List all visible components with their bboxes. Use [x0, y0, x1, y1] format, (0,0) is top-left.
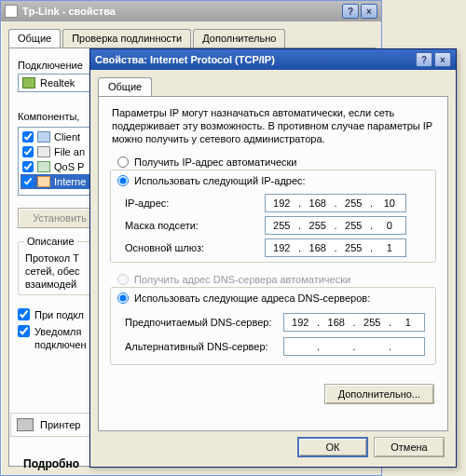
ip-address-input[interactable]: 192. 168. 255. 10 [265, 194, 406, 212]
ip-seg[interactable]: 255 [302, 217, 335, 234]
ip-seg[interactable]: 255 [337, 239, 370, 256]
radio-manual-dns[interactable]: Использовать следующие адреса DNS-сервер… [117, 292, 370, 304]
checkbox[interactable] [18, 308, 30, 320]
description-text: Параметры IP могут назначаться автоматич… [112, 106, 436, 145]
components-label: Компоненты, [18, 111, 79, 122]
ip-seg[interactable]: 1 [374, 239, 406, 256]
radio-label: Использовать следующие адреса DNS-сервер… [134, 292, 370, 304]
tcpip-panel: Параметры IP могут назначаться автоматич… [98, 96, 448, 431]
title-fg-text: Свойства: Internet Protocol (TCP/IP) [95, 54, 275, 65]
radio-input[interactable] [117, 175, 129, 186]
desc-line: сетей, обес [25, 265, 79, 277]
description-title: Описание [24, 236, 77, 247]
radio-manual-ip[interactable]: Использовать следующий IP-адрес: [117, 175, 306, 186]
radio-input[interactable] [117, 292, 129, 304]
component-checkbox[interactable] [22, 131, 34, 143]
printer-icon [17, 418, 34, 431]
subnet-input[interactable]: 255. 255. 255. 0 [265, 216, 406, 235]
titlebar-bg: Tp-Link - свойства ? × [1, 1, 381, 21]
ip-seg[interactable]: 255 [266, 217, 298, 234]
tab-advanced-bg[interactable]: Дополнительно [193, 29, 285, 48]
component-label: File an [54, 146, 85, 157]
dns1-row: Предпочитаемый DNS-сервер: 192. 168. 255… [125, 313, 425, 332]
dns1-label: Предпочитаемый DNS-сервер: [125, 317, 283, 328]
window-tcpip-properties: Свойства: Internet Protocol (TCP/IP) ? ×… [89, 48, 457, 468]
desc-line: взаимодей [25, 279, 76, 290]
radio-label: Получить IP-адрес автоматически [134, 156, 296, 168]
check-sublabel: подключен [34, 339, 87, 350]
ip-seg[interactable]: 255 [337, 217, 370, 234]
titlebar-fg: Свойства: Internet Protocol (TCP/IP) ? × [90, 49, 456, 70]
details-heading: Подробно [23, 457, 79, 470]
radio-input[interactable] [117, 156, 129, 168]
gateway-label: Основной шлюз: [125, 242, 265, 253]
radio-label: Получить адрес DNS-сервера автоматически [134, 274, 350, 285]
component-checkbox[interactable] [22, 146, 34, 157]
title-bg-text: Tp-Link - свойства [22, 6, 116, 17]
check-label: Уведомля [34, 326, 81, 337]
ip-seg[interactable]: 255 [356, 314, 389, 331]
radio-auto-ip[interactable]: Получить IP-адрес автоматически [117, 156, 296, 168]
ip-seg[interactable] [356, 338, 389, 355]
tabs-fg: Общие [98, 77, 152, 96]
close-button-fg[interactable]: × [434, 52, 451, 67]
ip-seg[interactable] [284, 338, 317, 355]
tabs-bg: Общие Проверка подлинности Дополнительно [8, 29, 287, 48]
ok-button[interactable]: ОК [297, 437, 368, 457]
help-button-bg[interactable]: ? [342, 4, 359, 19]
tab-auth-bg[interactable]: Проверка подлинности [62, 29, 191, 48]
client-icon [37, 131, 50, 143]
ip-seg[interactable]: 168 [302, 195, 335, 211]
connection-label: Подключение [18, 60, 83, 71]
qos-icon [37, 161, 50, 172]
ip-seg[interactable]: 1 [392, 314, 425, 331]
checkbox[interactable] [18, 325, 30, 337]
subnet-label: Маска подсети: [125, 220, 265, 231]
gateway-row: Основной шлюз: 192. 168. 255. 1 [125, 238, 406, 257]
radio-input [117, 274, 129, 285]
ip-seg[interactable]: 255 [337, 195, 370, 211]
ip-seg[interactable] [321, 338, 353, 355]
component-checkbox[interactable] [22, 176, 34, 187]
ip-seg[interactable]: 192 [284, 314, 317, 331]
ip-seg[interactable] [392, 338, 425, 355]
dns2-row: Альтернативный DNS-сервер: . . . [125, 337, 425, 356]
close-button-bg[interactable]: × [361, 4, 377, 19]
gateway-input[interactable]: 192. 168. 255. 1 [265, 238, 406, 257]
advanced-button[interactable]: Дополнительно... [324, 384, 434, 404]
notify-limited-check[interactable]: Уведомля [18, 325, 81, 337]
printer-label: Принтер [40, 419, 80, 430]
tcpip-icon [37, 176, 50, 187]
radio-auto-dns: Получить адрес DNS-сервера автоматически [117, 274, 350, 285]
dns1-input[interactable]: 192. 168. 255. 1 [283, 313, 425, 332]
ip-address-row: IP-адрес: 192. 168. 255. 10 [125, 194, 406, 212]
ip-seg[interactable]: 0 [374, 217, 406, 234]
radio-label: Использовать следующий IP-адрес: [134, 175, 306, 186]
ip-seg[interactable]: 192 [266, 195, 298, 211]
file-share-icon [37, 146, 50, 157]
nic-name: Realtek [40, 77, 75, 88]
dialog-buttons: ОК Отмена [297, 437, 445, 457]
ip-seg[interactable]: 10 [374, 195, 406, 211]
tab-general-bg[interactable]: Общие [8, 29, 61, 48]
ip-label: IP-адрес: [125, 197, 265, 209]
nic-icon [22, 77, 35, 88]
app-icon [5, 5, 18, 18]
component-label: Interne [54, 176, 86, 187]
ip-seg[interactable]: 168 [302, 239, 335, 256]
notify-connect-check[interactable]: При подкл [18, 308, 84, 320]
check-label: При подкл [34, 309, 84, 320]
desc-line: Протокол T [25, 252, 79, 264]
ip-seg[interactable]: 192 [266, 239, 298, 256]
ip-seg[interactable]: 168 [321, 314, 353, 331]
subnet-row: Маска подсети: 255. 255. 255. 0 [125, 216, 406, 235]
dns2-label: Альтернативный DNS-сервер: [125, 341, 283, 352]
tab-general-fg[interactable]: Общие [98, 77, 152, 96]
cancel-button[interactable]: Отмена [374, 437, 445, 457]
component-label: QoS P [54, 161, 84, 172]
component-label: Client [54, 131, 80, 143]
dns2-input[interactable]: . . . [283, 337, 425, 356]
help-button-fg[interactable]: ? [416, 52, 432, 67]
component-checkbox[interactable] [22, 161, 34, 172]
